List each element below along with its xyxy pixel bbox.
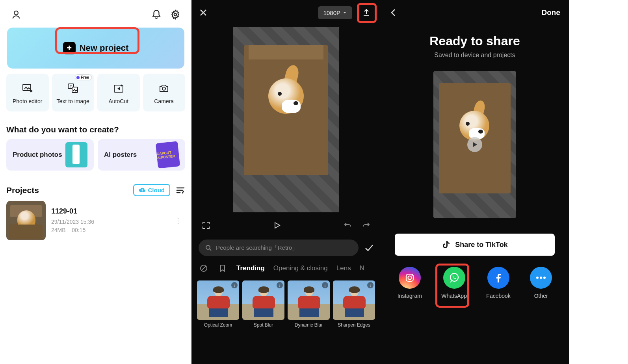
tool-label: Camera: [154, 98, 174, 105]
download-icon: ↓: [231, 282, 238, 288]
share-heading: Ready to share Saved to device and proje…: [381, 34, 569, 59]
new-project-label: New project: [80, 43, 129, 53]
effect-dynamic-blur[interactable]: ↓ Dynamic Blur: [288, 280, 330, 328]
share-subtitle: Saved to device and projects: [381, 52, 569, 59]
effect-sharpen-edges[interactable]: ↓ Sharpen Edges: [333, 280, 375, 328]
effect-thumb: ↓: [288, 280, 330, 320]
cloud-icon: [139, 188, 146, 193]
share-facebook[interactable]: Facebook: [486, 267, 510, 299]
resolution-label: 1080P: [323, 9, 340, 16]
ai-posters-thumb: CAPCUT AIPOSTER: [156, 141, 180, 169]
home-panel: + New project Photo editor Free T Text t…: [0, 0, 191, 364]
tab-lens[interactable]: Lens: [336, 264, 351, 272]
svg-point-7: [162, 87, 165, 90]
effect-optical-zoom[interactable]: ↓ Optical Zoom: [197, 280, 239, 328]
share-targets: Instagram WhatsApp Facebook Other: [381, 267, 569, 299]
video-preview: [191, 25, 381, 214]
resolution-selector[interactable]: 1080P: [318, 6, 352, 19]
profile-icon[interactable]: [10, 9, 22, 20]
fullscreen-icon[interactable]: [200, 219, 212, 231]
share-whatsapp[interactable]: WhatsApp: [441, 267, 467, 299]
svg-point-16: [543, 277, 546, 279]
download-icon: ↓: [277, 282, 283, 288]
sort-icon[interactable]: [176, 186, 185, 194]
instagram-icon: [399, 267, 421, 289]
tools-row: Photo editor Free T Text to image AutoCu…: [6, 74, 185, 111]
projects-header: Projects Cloud: [6, 184, 185, 196]
back-icon[interactable]: [389, 8, 397, 17]
new-project-button[interactable]: + New project: [7, 28, 184, 69]
svg-point-12: [411, 275, 412, 276]
share-panel: Done Ready to share Saved to device and …: [381, 0, 569, 364]
create-product-photos[interactable]: Product photos: [6, 139, 94, 171]
export-button[interactable]: [359, 6, 373, 20]
undo-icon[interactable]: [342, 219, 354, 231]
confirm-icon[interactable]: [364, 244, 373, 252]
share-other[interactable]: Other: [530, 267, 552, 299]
playback-controls: [191, 214, 381, 236]
tab-opening-closing[interactable]: Opening & closing: [273, 264, 328, 272]
tool-autocut[interactable]: AutoCut: [97, 74, 140, 111]
done-button[interactable]: Done: [542, 8, 561, 17]
effect-label: Spot Blur: [254, 322, 273, 328]
home-header: [6, 6, 185, 28]
project-more-icon[interactable]: ⋮: [171, 213, 185, 228]
projects-title: Projects: [6, 186, 39, 195]
tool-photo-editor[interactable]: Photo editor: [6, 74, 49, 111]
settings-icon[interactable]: [169, 9, 181, 20]
effects-row: ↓ Optical Zoom ↓ Spot Blur ↓ Dynamic Blu…: [191, 277, 381, 331]
svg-point-15: [540, 277, 542, 279]
svg-point-8: [206, 245, 210, 249]
tool-text-to-image[interactable]: Free T Text to image: [52, 74, 95, 111]
editor-panel: 1080P: [191, 0, 381, 364]
notifications-icon[interactable]: [150, 9, 162, 20]
effect-thumb: ↓: [197, 280, 239, 320]
play-icon[interactable]: [467, 137, 482, 152]
effect-label: Sharpen Edges: [338, 322, 370, 328]
effect-thumb: ↓: [333, 280, 375, 320]
share-label: WhatsApp: [441, 293, 467, 299]
close-icon[interactable]: [199, 8, 208, 17]
project-meta: 24MB 00:15: [51, 226, 165, 234]
download-icon: ↓: [322, 282, 328, 288]
tab-trending[interactable]: Trending: [236, 264, 265, 272]
share-header: Done: [381, 0, 569, 25]
cloud-button[interactable]: Cloud: [133, 184, 171, 196]
search-input[interactable]: People are searching「Retro」: [199, 240, 359, 256]
create-row: Product photos AI posters CAPCUT AIPOSTE…: [6, 139, 185, 171]
search-row: People are searching「Retro」: [191, 236, 381, 259]
play-icon[interactable]: [271, 219, 283, 231]
video-canvas[interactable]: [233, 27, 339, 212]
effect-label: Dynamic Blur: [295, 322, 323, 328]
download-icon: ↓: [367, 282, 373, 288]
svg-point-0: [14, 11, 18, 15]
whatsapp-icon: [443, 267, 465, 289]
tool-camera[interactable]: Camera: [143, 74, 186, 111]
tab-more[interactable]: N: [360, 264, 364, 272]
project-item[interactable]: 1129-01 29/11/2023 15:36 24MB 00:15 ⋮: [6, 201, 185, 240]
text-to-image-icon: T: [67, 82, 78, 94]
effect-thumb: ↓: [242, 280, 284, 320]
project-date: 29/11/2023 15:36: [51, 218, 165, 226]
share-video-thumb[interactable]: [433, 71, 516, 218]
redo-icon[interactable]: [360, 219, 372, 231]
share-tiktok-button[interactable]: Share to TikTok: [395, 234, 555, 256]
none-icon[interactable]: [199, 263, 209, 273]
share-instagram[interactable]: Instagram: [398, 267, 422, 299]
project-info: 1129-01 29/11/2023 15:36 24MB 00:15: [51, 207, 165, 234]
tool-label: Text to image: [57, 98, 89, 105]
editor-header: 1080P: [191, 0, 381, 25]
effect-tabs: Trending Opening & closing Lens N: [191, 259, 381, 277]
free-badge: Free: [75, 74, 92, 80]
create-ai-posters[interactable]: AI posters CAPCUT AIPOSTER: [98, 139, 185, 171]
tiktok-label: Share to TikTok: [455, 241, 507, 249]
bookmark-icon[interactable]: [217, 263, 228, 273]
svg-point-1: [174, 13, 177, 16]
search-icon: [205, 244, 212, 251]
chevron-down-icon: [343, 11, 347, 14]
share-label: Other: [534, 293, 548, 299]
svg-point-14: [536, 277, 539, 279]
create-label: Product photos: [13, 151, 62, 159]
project-name: 1129-01: [51, 207, 165, 215]
effect-spot-blur[interactable]: ↓ Spot Blur: [242, 280, 284, 328]
